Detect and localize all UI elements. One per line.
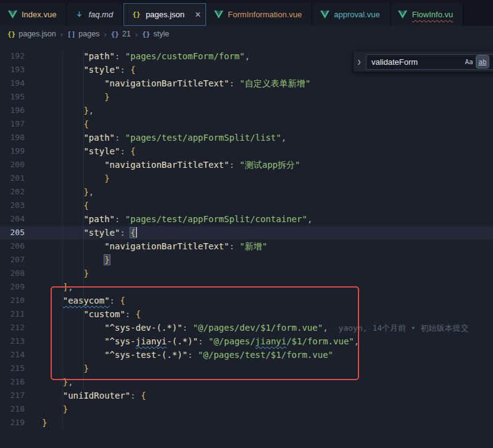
code-line-218[interactable]: 218} [0,402,493,416]
line-number: 198 [0,131,25,144]
code-token: : [115,51,125,61]
code-line-209[interactable]: 209], [0,280,493,294]
code-line-219[interactable]: 219} [0,416,493,429]
line-number: 205 [0,226,25,239]
code-token: } [63,377,68,387]
code-token: } [83,106,88,115]
json-file-icon: {} [131,10,141,19]
code-token: , [281,133,286,143]
code-text: }, [25,375,73,389]
tab-approval-vue[interactable]: approval.vue [312,3,390,26]
code-text: "navigationBarTitleText": "自定义表单新增" [25,77,310,90]
line-number: 202 [0,185,25,199]
object-symbol-icon: {} [7,30,15,38]
code-token: "path" [83,214,115,224]
code-line-196[interactable]: 196}, [0,104,493,117]
code-token: : [120,228,130,238]
code-line-217[interactable]: 217"uniIdRouter": { [0,389,493,402]
line-number: 214 [0,348,25,362]
code-token: , [89,187,94,197]
match-case-button[interactable]: Aa [463,56,475,68]
code-token: "path" [83,51,115,61]
code-token: } [104,173,109,183]
code-token: } [104,92,109,102]
code-token: { [120,296,125,305]
code-line-213[interactable]: 213"^sys-jianyi-(.*)": "@/pages/jianyi/$… [0,334,493,348]
code-text: "style": { [25,226,137,239]
code-token: : [115,214,125,224]
code-line-199[interactable]: 199"style": { [0,144,493,158]
code-text: "path": "pages/test/appFormSplit/list", [25,131,286,144]
breadcrumb-item-style[interactable]: {}style [142,30,169,38]
find-input[interactable]: validateForm Aa ab .* [366,54,493,70]
code-line-206[interactable]: 206"navigationBarTitleText": "新增" [0,239,493,253]
code-line-205[interactable]: 205"style": { [0,226,493,239]
code-token: { [141,391,146,400]
tab-flowinfo-vu[interactable]: FlowInfo.vu [391,3,463,26]
code-token: "style" [83,228,120,238]
vue-file-icon [7,10,17,19]
code-token: /$1/form.vue" [286,336,354,346]
code-line-202[interactable]: 202}, [0,185,493,199]
code-token: , [323,323,328,333]
chevron-right-icon[interactable]: ❯ [355,58,363,66]
breadcrumb-item-pages.json[interactable]: {}pages.json [7,30,56,38]
line-number: 199 [0,144,25,158]
breadcrumb: {}pages.json›[]pages›{}21›{}style [0,26,493,42]
whole-word-button[interactable]: ab [476,56,489,68]
code-text: "^sys-test-(.*)": "@/pages/test/$1/form.… [25,348,333,362]
code-line-208[interactable]: 208} [0,267,493,280]
code-token: } [83,268,88,278]
breadcrumb-item-pages[interactable]: []pages [67,30,99,38]
code-token: "@/pages/ [209,336,255,346]
breadcrumb-separator: › [135,30,138,39]
code-line-200[interactable]: 200"navigationBarTitleText": "测试app拆分" [0,158,493,172]
code-token: "uniIdRouter" [63,391,131,400]
code-line-216[interactable]: 216}, [0,375,493,389]
code-token: { [130,228,135,238]
code-token: "style" [83,65,120,75]
line-number: 196 [0,104,25,117]
regex-button[interactable]: .* [490,56,493,68]
tab-label: approval.vue [334,10,379,19]
code-text: { [25,199,89,212]
line-number: 216 [0,375,25,389]
tab-forminformation-vue[interactable]: FormInformation.vue [206,3,312,26]
code-line-214[interactable]: 214"^sys-test-(.*)": "@/pages/test/$1/fo… [0,348,493,362]
code-token: : [188,350,198,360]
line-number: 194 [0,77,25,90]
code-token: } [63,404,68,414]
code-line-198[interactable]: 198"path": "pages/test/appFormSplit/list… [0,131,493,144]
tab-index-vue[interactable]: Index.vue [0,3,67,26]
code-line-210[interactable]: 210"easycom": { [0,294,493,307]
breadcrumb-item-21[interactable]: {}21 [111,30,131,38]
code-text: "easycom": { [25,294,125,307]
code-token: { [130,146,135,156]
code-line-207[interactable]: 207} [0,253,493,267]
code-token: , [354,336,359,346]
code-line-197[interactable]: 197{ [0,117,493,131]
close-icon[interactable]: × [195,10,201,19]
tab-label: faq.md [88,10,113,19]
tab-pages-json[interactable]: {}pages.json× [123,3,206,26]
code-line-211[interactable]: 211"custom": { [0,307,493,321]
line-number: 210 [0,294,25,307]
tab-faq-md[interactable]: faq.md [67,3,123,26]
code-line-194[interactable]: 194"navigationBarTitleText": "自定义表单新增" [0,77,493,90]
code-line-204[interactable]: 204"path": "pages/test/appFormSplit/cont… [0,212,493,226]
markdown-file-icon [74,10,84,19]
code-token: : [183,323,193,333]
code-line-212[interactable]: 212"^sys-dev-(.*)": "@/pages/dev/$1/form… [0,321,493,334]
code-line-203[interactable]: 203{ [0,199,493,212]
code-line-215[interactable]: 215} [0,362,493,375]
code-line-195[interactable]: 195} [0,90,493,104]
breadcrumb-separator: › [104,30,106,39]
tab-label: FlowInfo.vu [412,10,453,19]
code-editor[interactable]: 192"path": "pages/customForm/form",193"s… [0,42,493,448]
code-token: , [245,51,250,61]
line-number: 197 [0,117,25,131]
code-token: "自定义表单新增" [239,78,310,88]
code-line-201[interactable]: 201} [0,172,493,185]
code-text: "style": { [25,63,136,77]
code-text: } [25,172,110,185]
